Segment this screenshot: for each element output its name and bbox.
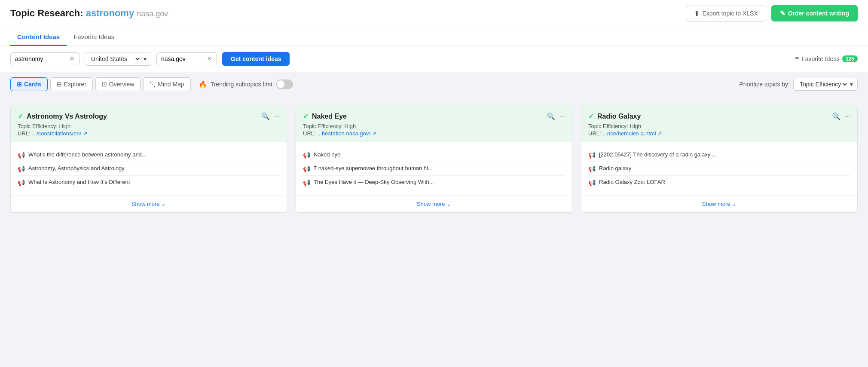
megaphone-icon-3a: 📢 — [588, 152, 596, 159]
show-more-2[interactable]: Show more ⌄ — [296, 195, 572, 212]
check-icon-2: ✓ — [303, 112, 309, 120]
megaphone-icon-2c: 📢 — [303, 179, 310, 186]
top-bar-actions: ⬆ Export topic to XLSX ✎ Order content w… — [686, 5, 858, 21]
card-2-url: URL: ...hestation.nasa.gov/ ↗ — [303, 130, 565, 137]
prioritize-wrap: Prioritize topics by: Topic Efficiency S… — [740, 78, 858, 91]
card-1-header: ✓ Astronomy Vs Astrology 🔍 ··· Topic Eff… — [11, 105, 287, 142]
card-1-title: Astronomy Vs Astrology — [27, 113, 107, 120]
list-item: 📢 [2202.05427] The discovery of a radio … — [588, 148, 850, 162]
card-2-title-row: ✓ Naked Eye 🔍 ··· — [303, 112, 565, 120]
url-link-3[interactable]: ...nce/hercules-a.html ↗ — [602, 130, 662, 137]
more-icon-1[interactable]: ··· — [274, 113, 280, 120]
explorer-icon: ⊟ — [57, 81, 62, 88]
megaphone-icon-3b: 📢 — [588, 165, 596, 172]
check-icon-1: ✓ — [18, 112, 23, 120]
list-item: 📢 The Eyes Have it — Deep-Sky Observing … — [303, 176, 565, 189]
card-3-title-row: ✓ Radio Galaxy 🔍 ··· — [588, 112, 850, 120]
domain-input-wrap: ✕ — [156, 52, 217, 65]
view-cards-button[interactable]: ⊞ Cards — [10, 77, 48, 91]
view-bar: ⊞ Cards ⊟ Explorer ⊡ Overview ⋱ Mind Map… — [0, 72, 868, 96]
favorite-ideas-button[interactable]: ≡ Favorite Ideas 125 — [795, 55, 858, 63]
view-explorer-button[interactable]: ⊟ Explorer — [50, 77, 93, 91]
page-title: Topic Research: astronomy nasa.gov — [10, 8, 168, 19]
megaphone-icon-1c: 📢 — [18, 179, 25, 186]
card-2: ✓ Naked Eye 🔍 ··· Topic Efficiency: High… — [296, 105, 572, 213]
card-3-title: Radio Galaxy — [597, 113, 641, 120]
controls-bar: ✕ United States United Kingdom Canada Au… — [0, 46, 868, 72]
megaphone-icon-3c: 📢 — [588, 179, 596, 186]
domain-clear-icon[interactable]: ✕ — [207, 55, 212, 62]
card-3: ✓ Radio Galaxy 🔍 ··· Topic Efficiency: H… — [581, 105, 858, 213]
card-3-url: URL: ...nce/hercules-a.html ↗ — [588, 130, 850, 137]
card-1-url: URL: .../constellations/en/ ↗ — [18, 130, 280, 137]
card-2-actions: 🔍 ··· — [547, 112, 565, 120]
trending-wrap: 🔥 Trending subtopics first — [199, 80, 293, 89]
country-select[interactable]: United States United Kingdom Canada Aust… — [89, 55, 141, 63]
list-item: 📢 What's the difference between astronom… — [18, 148, 280, 162]
domain-input[interactable] — [161, 55, 204, 62]
card-3-body: 📢 [2202.05427] The discovery of a radio … — [581, 142, 857, 195]
card-2-title: Naked Eye — [312, 113, 347, 120]
view-mindmap-button[interactable]: ⋱ Mind Map — [143, 77, 190, 91]
external-link-icon-1: ↗ — [83, 130, 88, 137]
url-label-3: URL: — [588, 130, 601, 137]
external-link-icon-2: ↗ — [372, 130, 376, 137]
list-item: 📢 Astronomy, Astrophysics and Astrology — [18, 162, 280, 176]
card-3-efficiency: Topic Efficiency: High — [588, 123, 850, 129]
prioritize-label: Prioritize topics by: — [740, 81, 790, 88]
card-3-actions: 🔍 ··· — [832, 112, 850, 120]
favorite-ideas-label: Favorite Ideas — [801, 55, 840, 62]
external-link-icon-3: ↗ — [657, 130, 662, 137]
cards-container: ✓ Astronomy Vs Astrology 🔍 ··· Topic Eff… — [0, 96, 868, 221]
view-overview-button[interactable]: ⊡ Overview — [95, 77, 141, 91]
chevron-down-icon: ▾ — [144, 55, 147, 62]
search-icon-2[interactable]: 🔍 — [547, 112, 555, 120]
search-input[interactable] — [15, 55, 67, 62]
search-input-wrap: ✕ — [10, 52, 79, 65]
title-prefix: Topic Research: — [10, 8, 83, 18]
upload-icon: ⬆ — [694, 9, 700, 18]
tab-favorite-ideas[interactable]: Favorite Ideas — [67, 27, 121, 46]
card-2-efficiency: Topic Efficiency: High — [303, 123, 565, 129]
card-2-header: ✓ Naked Eye 🔍 ··· Topic Efficiency: High… — [296, 105, 572, 142]
domain-text: nasa.gov — [137, 9, 168, 18]
card-1: ✓ Astronomy Vs Astrology 🔍 ··· Topic Eff… — [10, 105, 287, 213]
search-clear-icon[interactable]: ✕ — [69, 55, 75, 62]
order-writing-button[interactable]: ✎ Order content writing — [771, 5, 858, 21]
country-select-wrap: United States United Kingdom Canada Aust… — [85, 52, 151, 66]
megaphone-icon-1b: 📢 — [18, 165, 25, 172]
list-icon: ≡ — [795, 55, 799, 63]
url-label-1: URL: — [18, 130, 31, 137]
prioritize-select[interactable]: Topic Efficiency Search Volume Difficult… — [798, 80, 848, 88]
order-label: Order content writing — [788, 10, 849, 17]
prioritize-select-wrap: Topic Efficiency Search Volume Difficult… — [793, 78, 858, 91]
show-more-1[interactable]: Show more ⌄ — [11, 195, 287, 212]
url-link-2[interactable]: ...hestation.nasa.gov/ ↗ — [317, 130, 376, 137]
search-icon-3[interactable]: 🔍 — [832, 112, 840, 120]
megaphone-icon-2b: 📢 — [303, 165, 310, 172]
flame-icon: 🔥 — [199, 80, 207, 89]
prioritize-chevron-icon: ▾ — [850, 81, 853, 88]
favorite-count-badge: 125 — [842, 55, 858, 62]
card-1-body: 📢 What's the difference between astronom… — [11, 142, 287, 195]
card-1-efficiency: Topic Efficiency: High — [18, 123, 280, 129]
edit-icon: ✎ — [780, 9, 785, 17]
keyword-text: astronomy — [86, 8, 134, 18]
get-ideas-button[interactable]: Get content ideas — [222, 52, 290, 66]
tabs-bar: Content Ideas Favorite Ideas — [0, 27, 868, 46]
trending-toggle[interactable] — [276, 80, 293, 89]
show-more-3[interactable]: Show more ⌄ — [581, 195, 857, 212]
check-icon-3: ✓ — [588, 112, 594, 120]
more-icon-2[interactable]: ··· — [559, 113, 565, 120]
export-button[interactable]: ⬆ Export topic to XLSX — [686, 6, 766, 21]
megaphone-icon-2a: 📢 — [303, 152, 310, 159]
trending-label: Trending subtopics first — [211, 81, 272, 88]
tab-content-ideas[interactable]: Content Ideas — [10, 27, 67, 46]
list-item: 📢 Radio galaxy — [588, 162, 850, 176]
card-1-actions: 🔍 ··· — [261, 112, 280, 120]
url-label-2: URL: — [303, 130, 316, 137]
url-link-1[interactable]: .../constellations/en/ ↗ — [32, 130, 88, 137]
search-icon-1[interactable]: 🔍 — [261, 112, 270, 120]
cards-icon: ⊞ — [17, 81, 22, 88]
more-icon-3[interactable]: ··· — [845, 113, 850, 120]
